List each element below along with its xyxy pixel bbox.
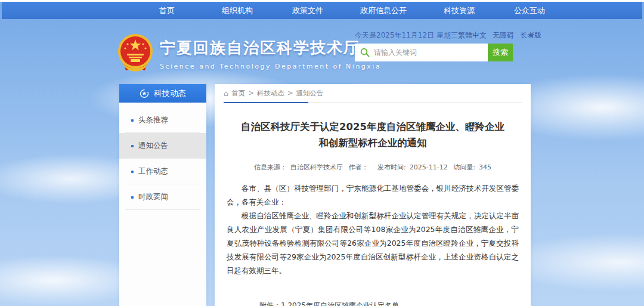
bullet-dot-icon (131, 171, 134, 173)
sidebar-list: 头条推荐 通知公告 工作动态 时政要闻 (119, 103, 206, 210)
search-input[interactable] (355, 44, 488, 61)
sidebar-header: 科技动态 (119, 84, 206, 103)
article-meta: 信息来源：自治区科学技术厅 作者： 发布时间:2025-11-12 访问量:34… (227, 163, 519, 172)
search-input-wrap (355, 44, 488, 61)
article-title: 自治区科技厅关于认定2025年度自治区雏鹰企业、瞪羚企业 和创新型标杆企业的通知 (227, 119, 519, 151)
nav-item-organization[interactable]: 组织机构 (202, 5, 273, 16)
sidebar: 科技动态 头条推荐 通知公告 工作动态 时政要闻 (119, 84, 206, 306)
bullet-dot-icon (131, 145, 134, 147)
breadcrumb-separator: > (248, 89, 254, 97)
home-icon: ⌂ (224, 89, 228, 97)
sidebar-item-label: 时政要闻 (138, 192, 168, 202)
link-traditional-chinese[interactable]: 繁體中文 (458, 30, 487, 41)
header-meta-bar: 今天是2025年11月12日 星期三 繁體中文 无障碍 长者版 (355, 30, 522, 40)
article-paragraph: 各市、县（区）科技管理部门，宁东能源化工基地管委会，银川经济技术开发区管委会，各… (227, 181, 519, 209)
nav-item-home[interactable]: 首页 (132, 5, 202, 16)
top-navigation: 首页 组织机构 政策文件 政府信息公开 科技资源 公众互动 (2, 2, 642, 19)
nav-item-policy[interactable]: 政策文件 (273, 5, 343, 16)
breadcrumb-separator: > (287, 89, 293, 97)
search-icon (360, 48, 370, 57)
site-title: 宁夏回族自治区科学技术厅 (160, 38, 381, 58)
meta-author-label: 作者： (349, 163, 369, 171)
attachment-link-1[interactable]: 1.2025年度自治区雏鹰企业认定名单 (281, 300, 420, 306)
sidebar-item-current-politics[interactable]: 时政要闻 (119, 184, 206, 210)
link-elder-version[interactable]: 长者版 (520, 30, 541, 41)
bullet-dot-icon (131, 119, 134, 122)
sidebar-item-headlines[interactable]: 头条推荐 (119, 107, 206, 133)
breadcrumb-notices[interactable]: 通知公告 (296, 89, 324, 98)
bullet-dot-icon (131, 196, 134, 199)
meta-source-label: 信息来源： (254, 163, 287, 171)
sidebar-item-notices[interactable]: 通知公告 (119, 133, 206, 159)
circular-star-icon (140, 89, 149, 98)
breadcrumb-home[interactable]: 首页 (231, 89, 245, 98)
breadcrumb-tech-news[interactable]: 科技动态 (257, 89, 284, 98)
nav-item-resources[interactable]: 科技资源 (424, 5, 494, 16)
sidebar-item-label: 工作动态 (138, 166, 168, 177)
sidebar-item-work-updates[interactable]: 工作动态 (119, 159, 206, 184)
article-title-line2: 和创新型标杆企业的通知 (318, 137, 427, 149)
meta-views-label: 访问量: (453, 163, 475, 171)
main-panel: ⌂ 首页 > 科技动态 > 通知公告 自治区科技厅关于认定2025年度自治区雏鹰… (215, 84, 531, 306)
meta-source: 自治区科学技术厅 (290, 163, 343, 171)
article: 自治区科技厅关于认定2025年度自治区雏鹰企业、瞪羚企业 和创新型标杆企业的通知… (215, 119, 531, 306)
attachments-label: 附件： (259, 300, 281, 306)
sidebar-item-label: 头条推荐 (138, 115, 168, 125)
national-emblem-logo (117, 33, 153, 74)
breadcrumb-divider (224, 102, 522, 103)
attachments-list: 1.2025年度自治区雏鹰企业认定名单 2.2025年度自治区瞪羚企业认定名单 … (281, 300, 420, 306)
link-accessibility[interactable]: 无障碍 (493, 30, 514, 41)
site-title-block: 宁夏回族自治区科学技术厅 Science and Technology Depa… (160, 38, 381, 70)
article-title-line1: 自治区科技厅关于认定2025年度自治区雏鹰企业、瞪羚企业 (241, 121, 504, 132)
sidebar-title: 科技动态 (154, 88, 186, 99)
search-button[interactable]: 搜索 (488, 44, 513, 61)
meta-publish-date: 2025-11-12 (410, 163, 448, 171)
nav-item-interaction[interactable]: 公众互动 (494, 5, 565, 16)
today-date-text: 今天是2025年11月12日 星期三 (355, 30, 458, 41)
nav-item-gov-info[interactable]: 政府信息公开 (343, 5, 424, 16)
national-emblem-icon (117, 33, 153, 74)
quick-links: 繁體中文 无障碍 长者版 (458, 30, 541, 41)
sidebar-item-label: 通知公告 (138, 141, 168, 151)
attachments: 附件： 1.2025年度自治区雏鹰企业认定名单 2.2025年度自治区瞪羚企业认… (259, 300, 519, 306)
article-paragraph: 根据自治区雏鹰企业、瞪羚企业和创新型标杆企业认定管理有关规定，决定认定半亩良人农… (227, 209, 519, 277)
search-bar: 搜索 (355, 44, 522, 61)
site-subtitle: Science and Technology Department of Nin… (160, 63, 381, 70)
meta-publish-label: 发布时间: (377, 163, 406, 171)
breadcrumb: ⌂ 首页 > 科技动态 > 通知公告 (215, 84, 531, 102)
article-body: 各市、县（区）科技管理部门，宁东能源化工基地管委会，银川经济技术开发区管委会，各… (227, 181, 519, 277)
meta-views: 345 (479, 163, 491, 171)
